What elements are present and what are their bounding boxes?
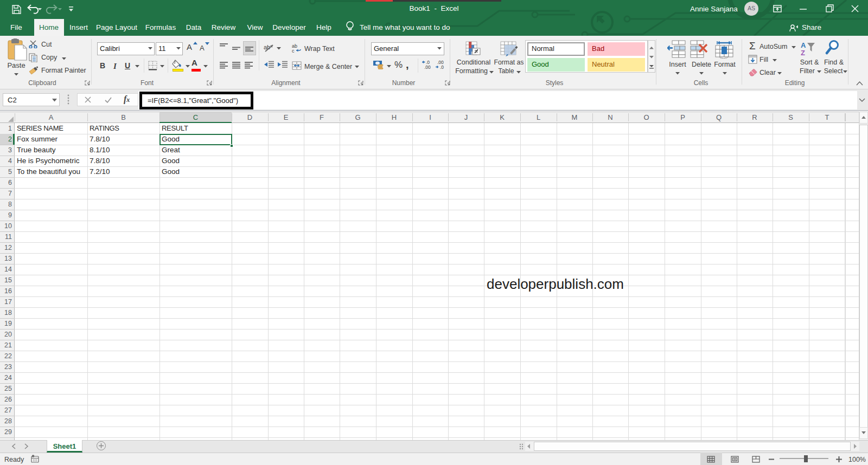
svg-text:Z: Z	[801, 49, 805, 56]
svg-text:.0: .0	[440, 64, 444, 69]
svg-text:.00: .00	[424, 64, 431, 69]
svg-text:c: c	[292, 48, 295, 53]
svg-text:A: A	[801, 41, 806, 49]
